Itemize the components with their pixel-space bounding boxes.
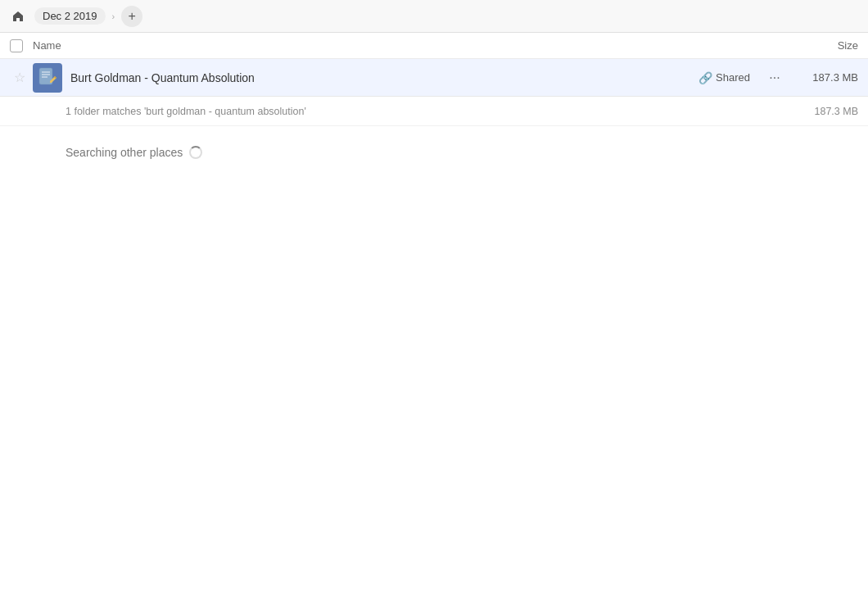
file-icon (33, 63, 62, 93)
column-header-row: Name Size (0, 33, 868, 59)
match-description: 1 folder matches 'burt goldman - quantum… (66, 106, 793, 117)
name-column-header: Name (33, 39, 776, 52)
star-button[interactable]: ☆ (10, 68, 29, 88)
match-info-row: 1 folder matches 'burt goldman - quantum… (0, 97, 868, 126)
more-options-button[interactable]: ··· (763, 66, 786, 89)
breadcrumb-arrow-icon: › (112, 11, 115, 21)
loading-spinner (189, 146, 202, 159)
file-name-label[interactable]: Burt Goldman - Quantum Absolution (70, 71, 698, 84)
breadcrumb-date[interactable]: Dec 2 2019 (34, 7, 106, 25)
add-button[interactable]: + (121, 6, 142, 27)
searching-label: Searching other places (66, 146, 183, 159)
searching-section: Searching other places (0, 126, 868, 179)
file-size-value: 187.3 MB (793, 71, 858, 84)
link-icon: 🔗 (698, 71, 712, 84)
shared-badge: 🔗 Shared (698, 71, 750, 84)
top-bar: Dec 2 2019 › + (0, 0, 868, 33)
size-column-header: Size (776, 39, 858, 52)
file-row[interactable]: ☆ Burt Goldman - Quantum Absolution 🔗 Sh… (0, 59, 868, 97)
match-size-value: 187.3 MB (793, 106, 858, 117)
home-button[interactable] (7, 5, 29, 28)
shared-label: Shared (716, 71, 750, 84)
select-all-checkbox-container[interactable] (10, 39, 33, 52)
select-all-checkbox[interactable] (10, 39, 23, 52)
